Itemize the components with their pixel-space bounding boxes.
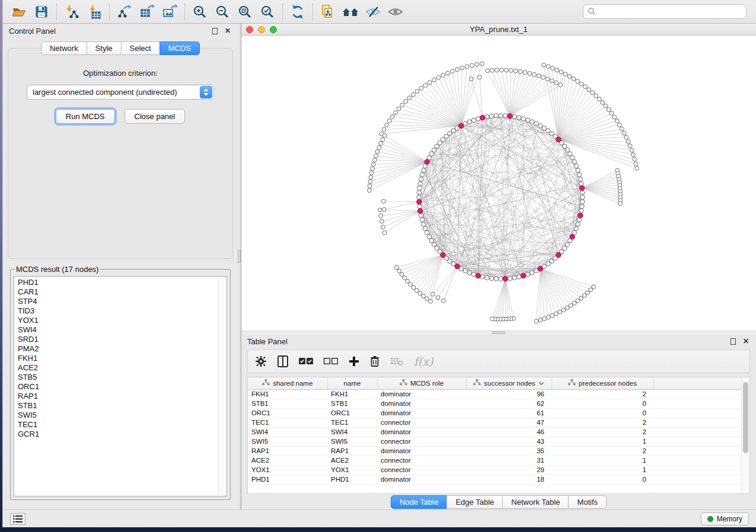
criterion-dropdown[interactable]: largest connected component (undirected) — [27, 85, 214, 100]
search-field[interactable] — [583, 4, 747, 19]
result-node-item[interactable]: ACE2 — [18, 363, 227, 373]
copy-network-icon[interactable] — [317, 2, 339, 21]
save-session-icon[interactable] — [30, 2, 53, 21]
table-row[interactable]: PHD1PHD1dominator180 — [248, 475, 746, 484]
result-node-item[interactable]: ORC1 — [18, 382, 227, 392]
table-row[interactable]: FKH1FKH1dominator962 — [248, 389, 746, 399]
result-list-scrollbar[interactable] — [218, 277, 226, 495]
tab-network-table[interactable]: Network Table — [502, 495, 569, 509]
result-node-item[interactable]: SWI4 — [18, 325, 227, 335]
delete-table-icon[interactable] — [390, 354, 403, 369]
close-panel-button[interactable]: Close panel — [125, 109, 186, 124]
tab-node-table[interactable]: Node Table — [391, 495, 448, 509]
network-canvas[interactable] — [241, 36, 756, 331]
result-node-item[interactable]: TEC1 — [18, 420, 227, 430]
tab-style[interactable]: Style — [87, 41, 122, 55]
float-panel-icon[interactable] — [729, 337, 737, 345]
memory-label: Memory — [717, 515, 742, 523]
refresh-view-icon[interactable] — [286, 2, 309, 21]
tab-mcds[interactable]: MCDS — [160, 41, 200, 55]
run-mcds-button[interactable]: Run MCDS — [56, 109, 115, 124]
table-vertical-scrollbar[interactable] — [741, 377, 749, 493]
table-row[interactable]: RAP1RAP1dominator352 — [248, 446, 746, 456]
tab-edge-table[interactable]: Edge Table — [446, 495, 503, 509]
node-table[interactable]: shared namenameMCDS rolesuccessor nodesp… — [248, 377, 746, 485]
control-panel-title: Control Panel — [9, 27, 56, 36]
tab-select[interactable]: Select — [121, 41, 160, 55]
hide-selected-icon[interactable] — [362, 2, 384, 21]
apply-function-icon[interactable]: f(x) — [414, 354, 433, 369]
deselect-all-icon[interactable] — [324, 354, 338, 369]
result-node-item[interactable]: FKH1 — [18, 354, 227, 363]
table-row[interactable]: ACE2ACE2connector311 — [248, 456, 746, 465]
table-row[interactable]: YOX1YOX1connector291 — [248, 465, 746, 475]
table-panel-tabs: Node TableEdge TableNetwork TableMotifs — [241, 494, 756, 509]
control-panel-tabs: NetworkStyleSelectMCDS — [3, 41, 238, 55]
column-header-predecessor-nodes[interactable]: predecessor nodes — [551, 377, 653, 389]
scrollbar-thumb[interactable] — [743, 382, 748, 453]
show-all-icon[interactable] — [384, 2, 407, 21]
export-table-icon[interactable] — [136, 2, 158, 21]
mcds-result-list[interactable]: PHD1CAR1STP4TID3YOX1SWI4SRD1PMA2FKH1ACE2… — [14, 276, 227, 496]
delete-columns-icon[interactable] — [370, 354, 379, 369]
open-session-icon[interactable] — [8, 2, 30, 21]
cytoscape-window: Control Panel ✕ NetworkStyleSelectMCDS O… — [2, 0, 756, 527]
zoom-fit-icon[interactable] — [234, 2, 256, 21]
network-graph[interactable] — [241, 36, 756, 331]
float-panel-icon[interactable] — [210, 27, 219, 35]
mcds-tab-content: Optimization criterion: largest connecte… — [8, 48, 233, 259]
import-network-icon[interactable] — [60, 2, 83, 21]
result-node-item[interactable]: STB5 — [18, 373, 227, 382]
splitter-handle[interactable] — [492, 331, 505, 334]
task-history-button[interactable] — [10, 513, 25, 525]
table-row[interactable]: ORC1ORC1dominator610 — [248, 408, 746, 418]
toolbar-separator — [56, 4, 57, 20]
list-icon — [13, 515, 23, 523]
result-node-item[interactable]: STP4 — [18, 297, 227, 306]
search-icon — [588, 7, 596, 16]
tab-network[interactable]: Network — [41, 41, 87, 55]
column-header-name[interactable]: name — [327, 377, 377, 389]
split-columns-icon[interactable] — [277, 354, 288, 369]
tab-motifs[interactable]: Motifs — [568, 495, 607, 509]
splitter-handle[interactable] — [238, 250, 241, 263]
column-settings-icon[interactable] — [255, 354, 267, 369]
column-header-shared-name[interactable]: shared name — [248, 377, 327, 389]
table-toolbar: f(x) — [247, 350, 750, 373]
export-network-icon[interactable] — [113, 2, 136, 21]
result-node-item[interactable]: YOX1 — [18, 316, 227, 325]
zoom-selected-icon[interactable] — [256, 2, 279, 21]
result-node-item[interactable]: STB1 — [18, 401, 227, 411]
result-node-item[interactable]: GCR1 — [18, 430, 227, 439]
search-input[interactable] — [596, 8, 742, 16]
table-panel-title: Table Panel — [247, 337, 288, 346]
import-table-icon[interactable] — [83, 2, 106, 21]
zoom-out-icon[interactable] — [211, 2, 234, 21]
export-image-icon[interactable] — [158, 2, 181, 21]
horizontal-splitter[interactable] — [241, 331, 756, 334]
add-column-icon[interactable] — [349, 354, 359, 369]
result-node-item[interactable]: CAR1 — [18, 287, 227, 297]
first-neighbors-icon[interactable] — [339, 2, 362, 21]
result-node-item[interactable]: SRD1 — [18, 335, 227, 344]
result-node-item[interactable]: SWI5 — [18, 411, 227, 420]
zoom-in-icon[interactable] — [189, 2, 211, 21]
result-node-item[interactable]: PHD1 — [18, 278, 227, 287]
table-row[interactable]: TEC1TEC1connector472 — [248, 418, 746, 427]
memory-button[interactable]: Memory — [701, 512, 749, 525]
result-node-item[interactable]: PMA2 — [18, 344, 227, 354]
result-node-item[interactable]: TID3 — [18, 306, 227, 316]
network-window-titlebar[interactable]: YPA_prune.txt_1 — [241, 24, 756, 36]
result-node-item[interactable]: RAP1 — [18, 392, 227, 401]
column-header-MCDS-role[interactable]: MCDS role — [377, 377, 466, 389]
select-all-icon[interactable] — [299, 354, 313, 369]
table-row[interactable]: SWI4SWI4dominator462 — [248, 427, 746, 437]
mcds-result-title: MCDS result (17 nodes) — [15, 265, 100, 274]
table-row[interactable]: SWI5SWI5connector431 — [248, 437, 746, 446]
graph-nodes[interactable] — [368, 62, 639, 323]
close-panel-icon[interactable]: ✕ — [224, 27, 232, 35]
close-panel-icon[interactable]: ✕ — [742, 337, 750, 345]
column-header-successor-nodes[interactable]: successor nodes — [466, 377, 551, 389]
memory-status-icon — [707, 516, 713, 522]
table-row[interactable]: STB1STB1dominator620 — [248, 399, 746, 408]
